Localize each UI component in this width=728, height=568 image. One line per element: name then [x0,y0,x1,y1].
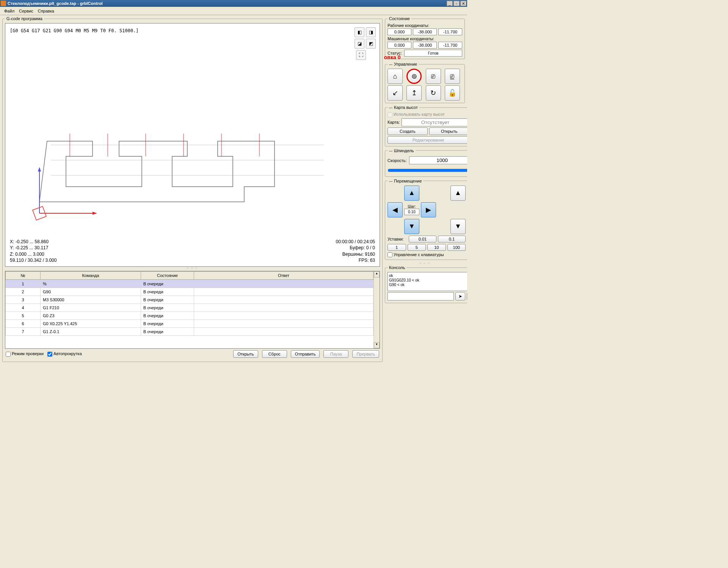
svg-marker-9 [38,167,41,172]
heightmap-create-button[interactable]: Создать [388,127,428,135]
preset-5[interactable]: 5 [408,244,426,251]
console-clear-button[interactable]: ⌫ [467,292,467,301]
send-button[interactable]: Отправить [291,350,320,358]
jog-y-plus-button[interactable]: ▲ [404,186,419,201]
status-legend: Состояние [388,16,411,21]
reset-button[interactable]: Сброс [262,350,287,358]
abort-button[interactable]: Прервать [352,350,379,358]
app-icon [1,1,6,6]
machine-z: -11.700 [438,42,462,49]
use-heightmap-checkbox[interactable]: Использовать карту высот [388,112,445,116]
open-file-button[interactable]: Открыть [233,350,258,358]
table-row[interactable]: 6G0 X0.225 Y1.425В очереди [6,320,373,328]
col-num[interactable]: № [6,272,41,280]
menu-service[interactable]: Сервис [17,9,36,13]
col-resp[interactable]: Ответ [194,272,373,280]
preset-1[interactable]: 1 [388,244,406,251]
autoscroll-checkbox[interactable]: Автопрокрутка [47,351,82,357]
view-top-button[interactable]: ◪ [355,39,364,49]
view-iso-fill-button[interactable]: ◨ [366,27,376,37]
table-row[interactable]: 2G90В очереди [6,288,373,296]
visualizer[interactable]: [G0 G54 G17 G21 G90 G94 M0 M5 M9 T0 F0. … [5,23,380,267]
work-z: -11.700 [438,28,462,35]
view-fit-button[interactable]: ⛶ [356,50,366,60]
heightmap-edit-button[interactable]: Редактирование [388,136,467,144]
spindle-speed-input[interactable] [409,156,467,164]
check-mode-checkbox[interactable]: Режим проверки [6,351,44,357]
jog-x-plus-button[interactable]: ▶ [421,202,436,217]
annotation-label: z-щуп, установка 0 [384,54,400,60]
visualizer-info-right: 00:00:00 / 00:24:05 Буфер: 0 / 0 Вершины… [336,239,375,263]
reset-ctrl-button[interactable]: ↻ [426,85,441,101]
origin-button[interactable]: ↙ [388,85,403,101]
menu-file[interactable]: Файл [2,9,17,13]
home-button[interactable]: ⌂ [388,69,403,84]
control-legend[interactable]: Управление [388,62,419,66]
table-row[interactable]: 7G1 Z-0.1В очереди [6,328,373,336]
z-probe-button[interactable]: ⊚ [406,69,422,84]
table-row[interactable]: 4G1 F210В очереди [6,304,373,312]
preset-10[interactable]: 10 [427,244,446,251]
jog-z-plus-button[interactable]: ▲ [450,186,466,201]
gcode-panel-legend: G-code программа [5,16,44,21]
scrollbar-track[interactable] [374,280,380,342]
keyboard-control-checkbox[interactable]: Управление с клавиатуры [388,252,466,258]
svg-marker-7 [93,212,97,215]
zero-xy-button[interactable]: ⎚ [426,69,441,84]
preset-0.01[interactable]: 0.01 [409,236,436,242]
spindle-slider[interactable] [388,167,467,173]
table-row[interactable]: 1%В очереди [6,280,373,288]
jog-step-input[interactable] [404,209,419,215]
window-title: Стеклоподъемники.plt_gcode.tap - grblCon… [8,1,446,6]
right-splitter-grip[interactable]: ○ ○ ○ [385,262,465,264]
scroll-down-icon[interactable]: ▼ [374,342,380,348]
toolpath-graphic [32,118,335,232]
maximize-button[interactable]: ▫ [453,1,460,6]
minimize-button[interactable]: _ [447,1,453,6]
menu-help[interactable]: Справка [36,9,56,13]
machine-y: -38.000 [413,42,437,49]
preset-0.1[interactable]: 0.1 [438,236,466,242]
unlock-button[interactable]: 🔓 [445,85,460,101]
heightmap-open-button[interactable]: Открыть [429,127,467,135]
console-input[interactable] [388,292,454,301]
console-output[interactable]: ok G91G0Z0.10 < ok G90 < ok [388,272,467,291]
work-coords-label: Рабочие координаты: [388,23,462,28]
jog-legend[interactable]: Перемещение [388,179,423,183]
spindle-legend[interactable]: Шпиндель [388,148,416,153]
jog-x-minus-button[interactable]: ◀ [388,202,403,217]
work-x: 0.000 [388,28,411,35]
spindle-speed-label: Скорость: [388,158,407,163]
console-send-button[interactable]: ➤ [455,292,465,301]
heightmap-path [402,118,468,126]
gcode-table: № Команда Состояние Ответ ▲ 1%В очереди2… [5,271,380,349]
view-front-button[interactable]: ◩ [366,39,376,49]
table-row[interactable]: 3M3 S30000В очереди [6,296,373,304]
machine-x: 0.000 [388,42,411,49]
scroll-up-icon[interactable]: ▲ [374,271,380,277]
jog-z-minus-button[interactable]: ▼ [450,219,466,234]
gcode-header-line: [G0 G54 G17 G21 G90 G94 M0 M5 M9 T0 F0. … [10,28,139,33]
jog-presets-label: Уставки: [388,237,407,241]
jog-y-minus-button[interactable]: ▼ [404,219,419,234]
jog-step-label: Шаг: [404,205,419,209]
heightmap-map-label: Карта: [388,120,400,124]
safe-z-button[interactable]: ↥ [406,85,422,101]
table-row[interactable]: 5G0 Z3В очереди [6,312,373,320]
zero-z-button[interactable]: ⎚̲ [445,69,460,84]
heightmap-legend[interactable]: Карта высот [388,105,419,110]
titlebar: Стеклоподъемники.plt_gcode.tap - grblCon… [0,0,467,7]
status-value: Готов [404,50,462,57]
visualizer-info-left: X: -0.250 ... 58.860 Y: -0.225 ... 30.11… [10,239,56,263]
menubar: Файл Сервис Справка [0,7,467,15]
console-legend: Консоль [388,265,406,270]
work-y: -38.000 [413,28,437,35]
pause-button[interactable]: Пауза [323,350,348,358]
col-state[interactable]: Состояние [141,272,194,280]
preset-100[interactable]: 100 [447,244,466,251]
view-iso-button[interactable]: ◧ [355,27,364,37]
machine-coords-label: Машинные координаты: [388,36,462,41]
col-cmd[interactable]: Команда [41,272,141,280]
close-button[interactable]: ✕ [460,1,466,6]
splitter-grip[interactable]: ○ ○ ○ [5,267,380,269]
